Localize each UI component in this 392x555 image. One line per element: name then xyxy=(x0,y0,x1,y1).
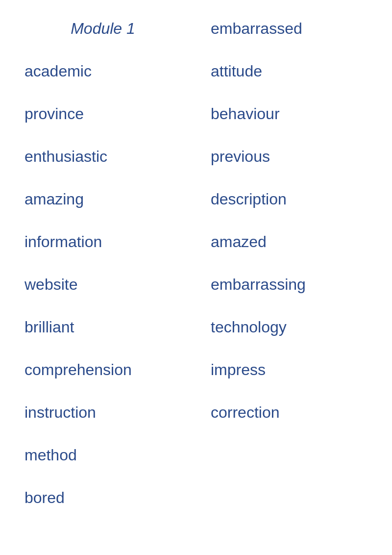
word-right: behaviour xyxy=(196,95,382,133)
table-row: method xyxy=(10,436,382,474)
word-left: province xyxy=(10,95,196,133)
word-left: instruction xyxy=(10,394,196,431)
word-right xyxy=(196,436,382,474)
table-row: brillianttechnology xyxy=(10,308,382,346)
table-row: academicattitude xyxy=(10,52,382,90)
header-row: Module 1 embarrassed xyxy=(10,20,382,38)
word-right: amazed xyxy=(196,223,382,261)
word-right: description xyxy=(196,180,382,218)
word-right: correction xyxy=(196,394,382,431)
word-right: previous xyxy=(196,138,382,176)
word-list: Module 1 embarrassed academicattitudepro… xyxy=(10,20,382,522)
word-left: enthusiastic xyxy=(10,138,196,176)
word-left: comprehension xyxy=(10,351,196,389)
word-left: academic xyxy=(10,52,196,90)
table-row: informationamazed xyxy=(10,223,382,261)
word-right: technology xyxy=(196,308,382,346)
table-row: bored xyxy=(10,479,382,517)
table-row: websiteembarrassing xyxy=(10,266,382,303)
table-row: enthusiasticprevious xyxy=(10,138,382,176)
word-left: bored xyxy=(10,479,196,517)
word-right: attitude xyxy=(196,52,382,90)
table-row: instructioncorrection xyxy=(10,394,382,431)
table-row: comprehensionimpress xyxy=(10,351,382,389)
word-right: impress xyxy=(196,351,382,389)
word-right: embarrassing xyxy=(196,266,382,303)
word-right xyxy=(196,479,382,517)
word-left: brilliant xyxy=(10,308,196,346)
module-title: Module 1 xyxy=(10,20,196,38)
word-left: amazing xyxy=(10,180,196,218)
word-left: information xyxy=(10,223,196,261)
table-row: amazingdescription xyxy=(10,180,382,218)
header-right-word: embarrassed xyxy=(196,20,382,38)
table-row: provincebehaviour xyxy=(10,95,382,133)
word-left: method xyxy=(10,436,196,474)
word-left: website xyxy=(10,266,196,303)
